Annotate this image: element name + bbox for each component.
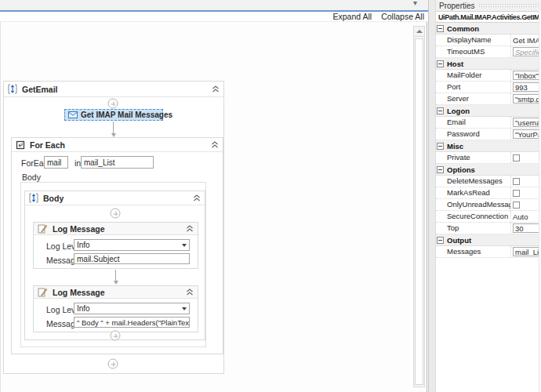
property-row-email: Email"username@gmail.com" [436, 117, 541, 129]
section-collapse-icon[interactable] [437, 107, 444, 114]
activity-log-message-2[interactable]: Log Message Log Level Info [33, 285, 198, 332]
scroll-up-button[interactable] [414, 27, 424, 37]
pencil-icon [38, 288, 48, 297]
log-message-header[interactable]: Log Message [34, 286, 198, 299]
checkbox[interactable] [513, 154, 520, 162]
property-label: Messages [436, 246, 511, 257]
property-value-cell: Auto [511, 211, 541, 222]
top-toolbar-strip: ▾ [0, 0, 428, 10]
property-section-options[interactable]: Options [436, 164, 541, 176]
add-activity-button[interactable] [108, 359, 118, 369]
dropdown-caret-icon [182, 307, 187, 310]
value-text[interactable]: Auto [513, 212, 528, 221]
property-row-secureconnection: SecureConnectionAuto [436, 211, 541, 223]
add-activity-button[interactable] [111, 209, 121, 219]
value-input[interactable]: "username@gmail.com" [513, 118, 541, 127]
property-row-mailfolder: MailFolder"Inbox" [436, 70, 541, 82]
panel-splitter[interactable] [428, 0, 436, 392]
checkbox[interactable] [513, 201, 520, 209]
checkbox[interactable] [513, 178, 520, 185]
add-activity-button[interactable] [108, 99, 118, 109]
property-label: Top [436, 223, 511, 234]
property-section-misc[interactable]: Misc [436, 140, 541, 152]
value-input[interactable]: 993 [513, 82, 541, 92]
for-each-title: For Each [30, 140, 65, 150]
value-input[interactable]: mail_List [513, 247, 541, 256]
for-each-header[interactable]: For Each [12, 138, 223, 152]
log-level-select[interactable]: Info [74, 239, 190, 251]
message-input[interactable]: " Body " + mail.Headers("PlainText") [74, 317, 190, 328]
canvas-scrollbar[interactable] [413, 26, 425, 387]
sequence-title: GetEmail [22, 85, 58, 94]
dropdown-caret-icon [182, 244, 187, 247]
property-section-common[interactable]: Common [436, 23, 541, 34]
for-each-icon [16, 140, 25, 150]
activity-get-imap-mail-messages[interactable]: Get IMAP Mail Messages [64, 109, 163, 121]
log-message-title: Log Message [53, 288, 105, 297]
property-value-cell: mail_List [511, 246, 541, 257]
add-activity-button[interactable] [111, 331, 121, 341]
value-input[interactable]: 30 [513, 223, 541, 233]
scrollbar-thumb[interactable] [415, 38, 423, 385]
section-collapse-icon[interactable] [437, 60, 444, 67]
for-each-body-area[interactable]: Body [20, 182, 206, 347]
property-section-host[interactable]: Host [436, 58, 541, 70]
property-label: MailFolder [436, 70, 511, 81]
designer-region: ▾ Expand All Collapse All GetEmail [0, 0, 428, 392]
checkbox[interactable] [513, 190, 520, 197]
foreach-item-input[interactable]: mail [44, 156, 68, 169]
property-section-output[interactable]: Output [436, 234, 541, 246]
value-text[interactable]: Get IMAP Mail Messages [513, 36, 541, 45]
sequence-getemail-header[interactable]: GetEmail [4, 82, 223, 97]
property-value-cell: "Inbox" [511, 70, 541, 81]
app-window: ▾ Expand All Collapse All GetEmail [0, 0, 541, 392]
log-message-header[interactable]: Log Message [34, 223, 198, 235]
log-level-select[interactable]: Info [74, 303, 190, 314]
dock-header-pattern [478, 3, 539, 9]
collapse-all-button[interactable]: Collapse All [381, 12, 424, 21]
properties-title: Properties [439, 2, 475, 10]
value-input[interactable]: "Inbox" [513, 71, 541, 80]
log-message-title: Log Message [53, 224, 105, 234]
collapse-chevron-icon[interactable] [193, 194, 201, 201]
sequence-getemail[interactable]: GetEmail Get IMAP Mail Messages [3, 81, 224, 374]
expand-all-button[interactable]: Expand All [333, 12, 372, 21]
collapse-chevron-icon[interactable] [186, 225, 194, 232]
section-label: Options [447, 165, 475, 174]
message-input[interactable]: mail.Subject [74, 253, 190, 264]
property-value-cell: 993 [511, 82, 541, 93]
section-collapse-icon[interactable] [437, 166, 444, 173]
body-label: Body [22, 172, 41, 182]
section-collapse-icon[interactable] [437, 25, 444, 32]
activity-for-each[interactable]: For Each ForEach mail in mail_List Body [11, 137, 223, 354]
property-value-cell [511, 152, 541, 163]
property-label: SecureConnection [436, 211, 511, 222]
foreach-in-label: in [74, 158, 81, 168]
collapse-chevron-icon[interactable] [186, 289, 194, 296]
body-header[interactable]: Body [25, 191, 205, 205]
collapse-chevron-icon[interactable] [211, 141, 219, 148]
property-row-server: Server"smtp.gmail.com" [436, 93, 541, 105]
property-section-logon[interactable]: Logon [436, 105, 541, 117]
section-collapse-icon[interactable] [437, 237, 444, 244]
value-input[interactable]: "YourPassword" [513, 129, 541, 139]
property-row-port: Port993 [436, 82, 541, 93]
property-value-cell [511, 187, 541, 198]
properties-panel-header[interactable]: Properties [436, 0, 541, 11]
foreach-list-input[interactable]: mail_List [81, 156, 154, 169]
activity-log-message-1[interactable]: Log Message Log Level Info [33, 222, 198, 269]
pencil-icon [38, 224, 48, 234]
sequence-body[interactable]: Body [24, 191, 205, 340]
connector-arrowhead [114, 281, 118, 285]
collapse-chevron-icon[interactable] [212, 85, 220, 93]
section-collapse-icon[interactable] [437, 143, 444, 150]
caret-down-icon[interactable]: ▾ [413, 0, 417, 7]
value-input[interactable]: "smtp.gmail.com" [513, 94, 541, 103]
activity-label: Get IMAP Mail Messages [81, 111, 172, 119]
section-label: Host [447, 60, 463, 68]
value-input[interactable]: Specifies the timeout [513, 47, 541, 56]
workflow-canvas[interactable]: GetEmail Get IMAP Mail Messages [0, 22, 427, 392]
property-label: Password [436, 129, 511, 140]
property-value-cell: "smtp.gmail.com" [511, 93, 541, 104]
property-label: DisplayName [436, 34, 511, 45]
